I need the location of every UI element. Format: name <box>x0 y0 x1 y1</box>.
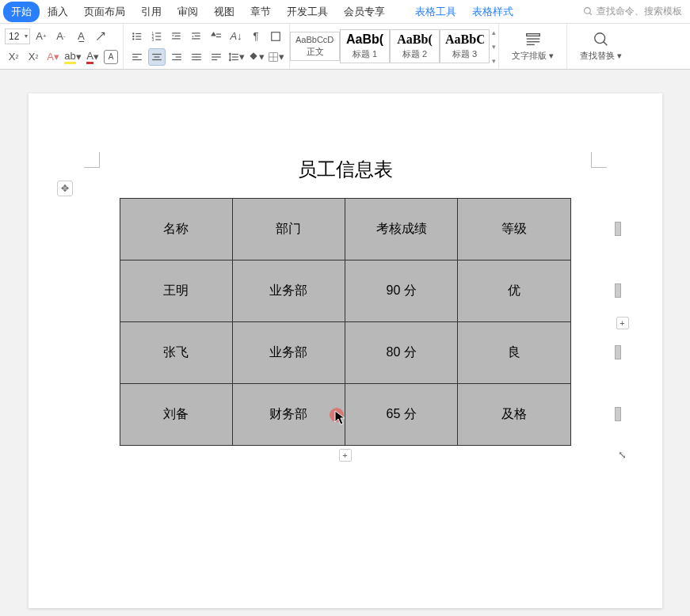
align-justify-button[interactable] <box>188 48 205 66</box>
svg-rect-28 <box>152 53 162 54</box>
table-row[interactable]: 张飞 业务部 80 分 良 <box>120 322 570 384</box>
command-search[interactable]: 查找命令、搜索模板 <box>578 5 687 18</box>
table-cell[interactable]: 65 分 <box>345 384 458 446</box>
font-color-button[interactable]: A▾ <box>84 48 101 66</box>
table-cell[interactable]: 优 <box>458 260 570 322</box>
add-column-button[interactable]: + <box>339 449 352 462</box>
change-case-button[interactable]: A̲ <box>72 28 90 45</box>
tab-premium[interactable]: 会员专享 <box>336 2 393 22</box>
shading-button[interactable]: ▾ <box>247 48 265 66</box>
search-icon <box>583 6 593 17</box>
tab-chapter[interactable]: 章节 <box>242 2 279 22</box>
style-heading3[interactable]: AaBbC( 标题 3 <box>440 29 490 63</box>
styles-expand[interactable]: ▾ <box>492 57 496 65</box>
svg-text:3: 3 <box>152 37 154 41</box>
text-layout-button[interactable]: 文字排版 ▾ <box>507 31 558 62</box>
magnifier-icon <box>593 31 610 48</box>
line-border-button[interactable] <box>267 28 284 45</box>
align-center-button[interactable] <box>148 48 166 66</box>
svg-rect-37 <box>212 53 221 54</box>
line-spacing-button[interactable]: ▾ <box>227 48 245 66</box>
align-distribute-button[interactable] <box>208 48 225 66</box>
increase-indent-button[interactable] <box>188 28 205 45</box>
svg-rect-12 <box>155 36 161 36</box>
add-row-button[interactable]: + <box>616 317 629 329</box>
svg-rect-24 <box>272 32 280 40</box>
table-row[interactable]: 王明 业务部 90 分 优 <box>120 260 570 322</box>
highlight-button[interactable]: ab▾ <box>64 48 82 66</box>
table-header-cell[interactable]: 名称 <box>120 199 232 260</box>
table-header-cell[interactable]: 部门 <box>232 199 345 260</box>
font-effects-button[interactable]: A▾ <box>44 48 62 66</box>
table-row[interactable]: 刘备 财务部 65 分 及格 <box>120 384 570 446</box>
superscript-button[interactable]: X2 <box>5 48 22 66</box>
table-cell[interactable]: 及格 <box>458 384 570 446</box>
table-cell[interactable]: 财务部 <box>232 384 345 446</box>
menu-bar: 开始 插入 页面布局 引用 审阅 视图 章节 开发工具 会员专享 表格工具 表格… <box>0 0 690 24</box>
svg-point-3 <box>132 35 134 36</box>
table-cell[interactable]: 业务部 <box>232 322 345 384</box>
tab-insert[interactable]: 插入 <box>40 2 76 22</box>
tab-references[interactable]: 引用 <box>133 2 170 22</box>
number-list-button[interactable]: 123 <box>148 28 166 45</box>
table-move-handle[interactable]: ✥ <box>57 181 73 196</box>
bullet-list-button[interactable] <box>128 28 146 45</box>
table-cell[interactable]: 80 分 <box>345 322 458 384</box>
svg-point-2 <box>132 32 134 34</box>
style-body[interactable]: AaBbCcDd 正文 <box>290 32 340 61</box>
table-resize-handle[interactable]: ⤡ <box>618 449 631 462</box>
page: 员工信息表 ✥ 名称 部门 考核成绩 等级 王明 业务部 90 分 优 张飞 <box>29 93 662 608</box>
increase-font-button[interactable]: A+ <box>32 28 50 45</box>
svg-rect-20 <box>192 38 200 39</box>
svg-rect-46 <box>526 34 539 36</box>
document-canvas[interactable]: 员工信息表 ✥ 名称 部门 考核成绩 等级 王明 业务部 90 分 优 张飞 <box>0 70 690 616</box>
margin-mark-tl <box>84 152 100 168</box>
show-marks-button[interactable]: ¶ <box>247 28 265 45</box>
tab-table-styles[interactable]: 表格样式 <box>464 2 521 22</box>
borders-button[interactable]: ▾ <box>267 48 284 66</box>
tab-view[interactable]: 视图 <box>206 2 242 22</box>
align-left-button[interactable] <box>128 48 146 66</box>
table-cell[interactable]: 刘备 <box>120 384 232 446</box>
svg-rect-19 <box>195 35 200 36</box>
row-marker[interactable] <box>615 407 621 421</box>
styles-scroll-up[interactable]: ▴ <box>492 29 496 36</box>
paragraph-group: 123 A↓ ¶ ▾ ▾ ▾ <box>124 24 290 69</box>
table-header-cell[interactable]: 等级 <box>458 199 570 260</box>
table-header-cell[interactable]: 考核成绩 <box>345 199 458 260</box>
row-marker[interactable] <box>615 283 621 298</box>
style-heading2[interactable]: AaBb( 标题 2 <box>390 29 440 63</box>
tab-table-tools[interactable]: 表格工具 <box>407 2 464 22</box>
font-size-select[interactable]: 12 <box>5 29 30 44</box>
tab-page-layout[interactable]: 页面布局 <box>76 2 133 22</box>
ribbon-toolbar: 12 A+ A- A̲ X2 X2 A▾ ab▾ A▾ A 123 A↓ ¶ <box>0 24 690 70</box>
table-cell[interactable]: 业务部 <box>232 260 345 322</box>
svg-rect-27 <box>132 59 142 59</box>
decrease-indent-button[interactable] <box>168 28 185 45</box>
decrease-font-button[interactable]: A- <box>52 28 70 45</box>
tab-review[interactable]: 审阅 <box>170 2 206 22</box>
table-cell[interactable]: 90 分 <box>345 260 458 322</box>
table-cell[interactable]: 王明 <box>120 260 232 322</box>
text-direction-button[interactable]: A↓ <box>227 28 245 45</box>
table-header-row[interactable]: 名称 部门 考核成绩 等级 <box>120 199 570 260</box>
tab-start[interactable]: 开始 <box>3 2 40 22</box>
styles-scroll-down[interactable]: ▾ <box>492 43 496 51</box>
table-cell[interactable]: 良 <box>458 322 570 384</box>
svg-rect-35 <box>192 56 201 57</box>
employee-table[interactable]: 名称 部门 考核成绩 等级 王明 业务部 90 分 优 张飞 业务部 80 分 … <box>120 198 571 446</box>
row-marker[interactable] <box>615 222 621 236</box>
tab-dev-tools[interactable]: 开发工具 <box>279 2 336 22</box>
svg-rect-7 <box>135 38 141 39</box>
subscript-button[interactable]: X2 <box>25 48 42 66</box>
table-cell[interactable]: 张飞 <box>120 322 232 384</box>
row-marker[interactable] <box>615 345 621 359</box>
svg-rect-25 <box>132 53 142 54</box>
style-heading1[interactable]: AaBb( 标题 1 <box>340 29 390 63</box>
align-right-button[interactable] <box>168 48 185 66</box>
char-border-button[interactable]: A <box>104 50 118 64</box>
sort-button[interactable] <box>208 28 225 45</box>
clear-format-button[interactable] <box>92 28 109 45</box>
svg-rect-30 <box>152 59 162 59</box>
find-replace-button[interactable]: 查找替换 ▾ <box>575 31 627 62</box>
